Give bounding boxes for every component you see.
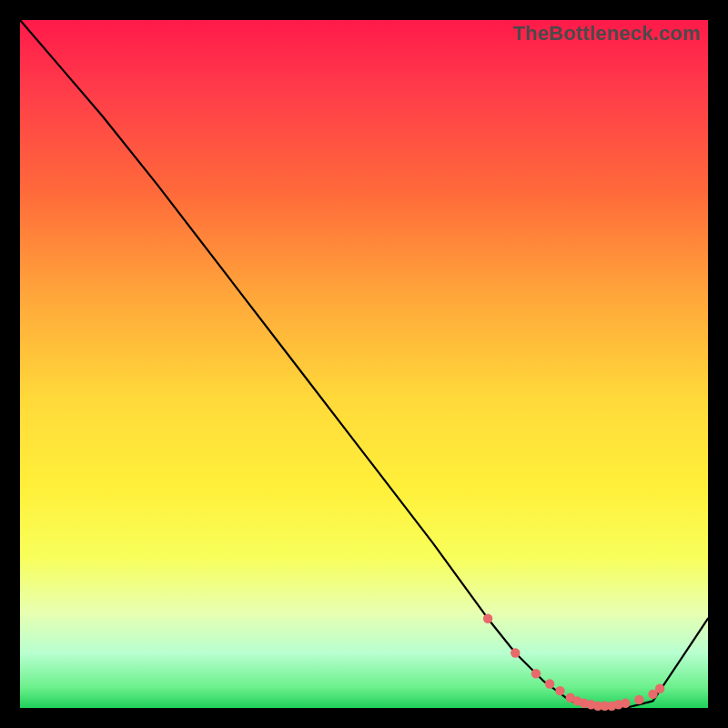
- bottleneck-line: [20, 20, 708, 708]
- emphasis-dot: [655, 684, 664, 693]
- emphasis-dot: [555, 686, 564, 695]
- chart-stage: TheBottleneck.com: [0, 0, 728, 728]
- curve-layer: [20, 20, 708, 708]
- emphasis-dots: [483, 614, 664, 711]
- emphasis-dot: [634, 695, 643, 704]
- emphasis-dot: [531, 669, 541, 678]
- emphasis-dot: [545, 679, 554, 688]
- emphasis-dot: [511, 648, 520, 657]
- emphasis-dot: [483, 614, 492, 623]
- emphasis-dot: [621, 699, 630, 708]
- plot-area: TheBottleneck.com: [20, 20, 708, 708]
